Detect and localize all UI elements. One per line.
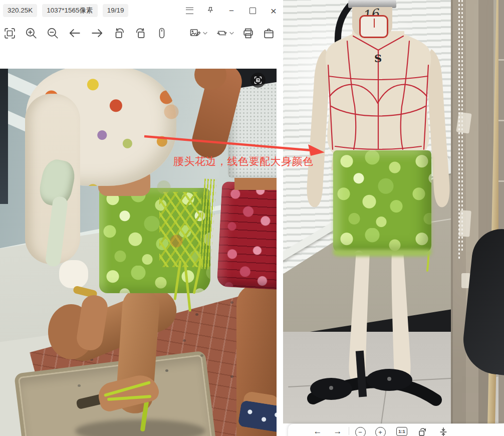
clipboard-button[interactable] [263,27,275,40]
scan-image-icon [254,76,262,84]
hamburger-icon [186,8,193,14]
menu-button[interactable] [184,6,194,16]
close-icon: × [271,6,277,16]
dimensions-badge: 1037*1565像素 [42,4,97,17]
zoom-out-icon: − [355,427,366,436]
fit-screen-button[interactable] [4,27,16,40]
window-controls: − × [184,0,279,21]
zoom-in-icon [25,27,38,40]
arrow-right-icon [90,27,104,40]
chevron-down-icon [203,32,207,35]
companion-red-sequin-skirt [217,181,277,290]
body-size-label: S [374,52,382,65]
mouse-icon [156,27,168,40]
arrow-right-icon: → [334,427,342,435]
mannequin-right-leg [391,251,410,383]
close-button[interactable]: × [269,6,279,16]
mannequin-left-arm [307,49,330,207]
toolbar [0,22,281,44]
fit-height-button[interactable] [437,427,450,436]
image-edit-button[interactable] [189,27,207,39]
next-button[interactable]: → [331,427,344,435]
pin-button[interactable] [205,6,215,16]
rotate-icon [417,427,427,436]
minimize-button[interactable]: − [226,6,236,16]
pin-icon [206,6,215,15]
previous-image-button[interactable] [68,27,82,40]
bottom-toolbar: ← → − + 1:1 [288,424,504,436]
info-badges: 320.25K 1037*1565像素 19/19 [3,4,128,17]
maximize-icon [249,8,256,14]
zoom-out-button[interactable] [46,27,59,40]
titlebar: 320.25K 1037*1565像素 19/19 − × [0,0,281,21]
rotate-left-button[interactable] [113,27,126,40]
sample-photo[interactable]: 16 S [283,0,504,423]
maximize-button[interactable] [247,6,258,16]
toolbar-right-group [189,27,275,40]
crop-rotate-icon [215,27,228,39]
toolbar-left-group [4,27,168,40]
skirt-fuzzy-hem [333,250,431,256]
print-button[interactable] [242,27,255,40]
arrow-left-icon: ← [314,427,322,435]
actual-size-button[interactable]: 1:1 [394,427,410,436]
image-search-button[interactable] [250,73,266,88]
zoom-in-icon: + [375,427,386,436]
chevron-down-icon [229,32,234,35]
mouse-scroll-button[interactable] [156,27,168,40]
zoom-out-button[interactable]: − [354,427,367,436]
rotate-right-icon [134,27,147,40]
stand-base [310,351,436,400]
street-pole [0,69,8,204]
reference-photo[interactable] [0,69,277,436]
zoom-in-button[interactable]: + [374,427,387,436]
clipboard-icon [263,27,275,40]
fit-screen-icon [4,27,16,40]
arrow-left-icon [68,27,82,40]
one-to-one-icon: 1:1 [396,427,407,436]
rotate-button[interactable] [416,427,429,436]
toolbar-divider [349,427,349,435]
crop-rotate-button[interactable] [215,27,234,39]
print-icon [242,27,255,40]
rotate-left-icon [113,27,126,40]
neck-red-patch [359,15,388,38]
blouse-cuff [59,260,88,288]
blouse-right-sleeve [146,69,196,284]
image-edit-icon [189,27,202,39]
prev-button[interactable]: ← [311,427,324,435]
sample-green-sequin-skirt [333,150,431,253]
minimize-icon: − [229,7,234,15]
next-image-button[interactable] [90,27,104,40]
rotate-right-button[interactable] [134,27,147,40]
page-indicator-badge: 19/19 [103,4,129,17]
zoom-out-icon [46,27,59,40]
fit-height-icon [438,427,448,436]
zoom-in-button[interactable] [25,27,38,40]
file-size-badge: 320.25K [3,4,37,17]
image-viewer-window: 320.25K 1037*1565像素 19/19 − × [0,0,504,436]
